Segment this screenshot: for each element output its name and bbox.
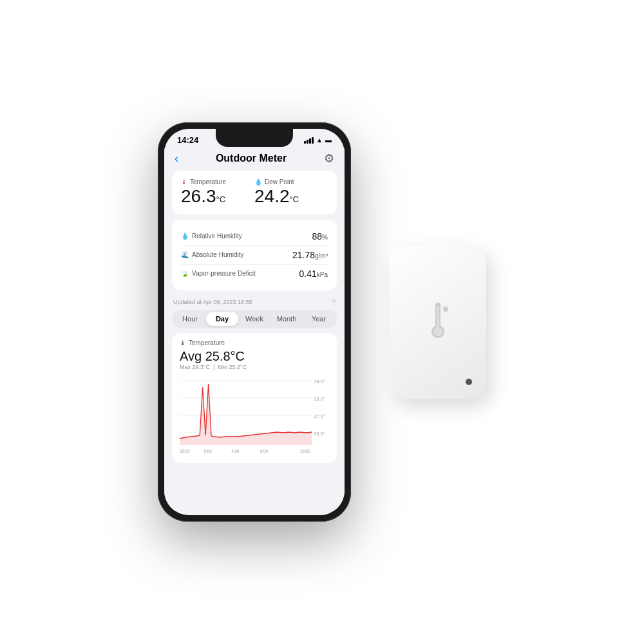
x-label-1600: 16:00 — [300, 448, 310, 453]
x-label-2000: 20:00 — [180, 448, 190, 453]
humidity-value: 88% — [312, 231, 328, 242]
readings-card: 💧 Relative Humidity 88% 🌊 Absolute Humid… — [172, 220, 337, 290]
abs-humidity-value: 21.78g/m³ — [292, 250, 328, 260]
updated-row: Updated at Apr 06, 2023 16:55 ? — [164, 296, 345, 310]
metrics-top-card: 🌡 Temperature 26.3°C 💧 Dew Point — [172, 171, 337, 214]
vpd-value: 0.41kPa — [299, 269, 328, 279]
chart-line — [180, 384, 312, 439]
tab-day[interactable]: Day — [206, 312, 238, 326]
dewpoint-metric: 💧 Dew Point 24.2°C — [254, 178, 328, 207]
vpd-icon: 🍃 — [181, 270, 189, 277]
chart-temp-icon: 🌡 — [180, 339, 186, 346]
status-icons: ▲ ▬ — [304, 137, 332, 144]
device-sensor-dot — [466, 379, 472, 385]
y-label-28: 28.0° — [314, 395, 325, 401]
abs-humidity-row: 🌊 Absolute Humidity 21.78g/m³ — [181, 246, 328, 265]
chart-label-row: 🌡 Temperature — [180, 339, 329, 346]
svg-rect-7 — [437, 306, 439, 328]
thermometer-device-icon — [419, 296, 457, 348]
dewpoint-icon: 💧 — [254, 178, 262, 185]
y-label-26: 26.0° — [314, 430, 325, 436]
tab-year[interactable]: Year — [303, 312, 335, 326]
back-button[interactable]: ‹ — [175, 152, 178, 166]
abs-humidity-icon: 🌊 — [181, 251, 189, 258]
time-tabs: Hour Day Week Month Year — [172, 310, 337, 328]
wifi-icon: ▲ — [316, 137, 323, 144]
svg-point-8 — [443, 307, 448, 312]
humidity-row: 💧 Relative Humidity 88% — [181, 227, 328, 246]
temperature-metric: 🌡 Temperature 26.3°C — [181, 178, 254, 207]
metrics-top-row: 🌡 Temperature 26.3°C 💧 Dew Point — [181, 178, 328, 207]
chart-label: Temperature — [189, 339, 225, 346]
chart-svg-container: 29.0° 28.0° 27.0° 26.0° 20:00 0:00 4:0 — [180, 374, 329, 458]
phone-screen: 14:24 ▲ ▬ ‹ Outdoor Meter — [164, 129, 345, 515]
vpd-row: 🍃 Vapor-pressure Deficit 0.41kPa — [181, 265, 328, 283]
temperature-chart: 29.0° 28.0° 27.0° 26.0° 20:00 0:00 4:0 — [180, 374, 329, 458]
tab-month[interactable]: Month — [270, 312, 303, 326]
svg-point-6 — [433, 327, 442, 336]
app-content: ‹ Outdoor Meter ⚙ 🌡 Temperature 26 — [164, 147, 345, 511]
dewpoint-label: 💧 Dew Point — [254, 178, 328, 185]
tab-hour[interactable]: Hour — [174, 312, 206, 326]
device-logo — [419, 296, 457, 348]
humidity-icon: 💧 — [181, 232, 189, 240]
x-label-000: 0:00 — [204, 448, 211, 453]
signal-icon — [304, 137, 314, 144]
scene: 14:24 ▲ ▬ ‹ Outdoor Meter — [158, 122, 486, 522]
temperature-label: 🌡 Temperature — [181, 178, 254, 185]
updated-text: Updated at Apr 06, 2023 16:55 — [173, 299, 252, 305]
abs-humidity-label: Absolute Humidity — [192, 251, 244, 258]
battery-icon: ▬ — [325, 137, 332, 144]
settings-button[interactable]: ⚙ — [324, 151, 334, 166]
dewpoint-value: 24.2°C — [254, 187, 328, 207]
tab-week[interactable]: Week — [238, 312, 270, 326]
page-title: Outdoor Meter — [216, 153, 287, 164]
chart-card: 🌡 Temperature Avg 25.8°C Max 29.3°C | Mi… — [172, 333, 337, 463]
temperature-value: 26.3°C — [181, 187, 254, 207]
humidity-label: Relative Humidity — [192, 232, 242, 240]
vpd-label: Vapor-pressure Deficit — [192, 270, 256, 277]
app-header: ‹ Outdoor Meter ⚙ — [164, 147, 345, 171]
y-label-27: 27.0° — [314, 413, 325, 419]
x-label-800: 8:00 — [260, 448, 268, 453]
help-icon[interactable]: ? — [332, 298, 336, 306]
chart-minmax: Max 29.3°C | Min 25.2°C — [180, 364, 329, 370]
y-label-29: 29.0° — [314, 378, 325, 384]
x-label-400: 4:00 — [231, 448, 239, 453]
phone-notch — [216, 129, 293, 147]
chart-avg: Avg 25.8°C — [180, 349, 329, 364]
thermometer-icon: 🌡 — [181, 178, 187, 185]
phone: 14:24 ▲ ▬ ‹ Outdoor Meter — [158, 122, 351, 522]
status-time: 14:24 — [177, 135, 198, 145]
sensor-device — [390, 245, 486, 399]
